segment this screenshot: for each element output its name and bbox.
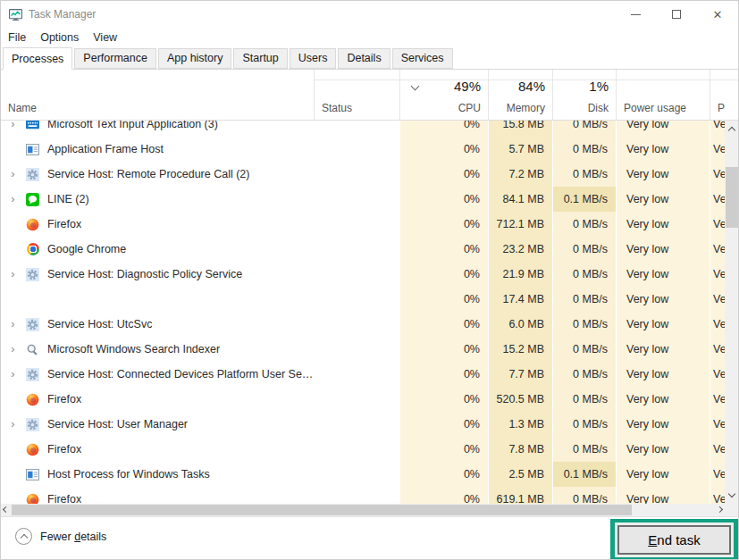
vertical-scrollbar[interactable] xyxy=(725,121,739,504)
memory-cell: 6.0 MB xyxy=(488,312,552,337)
process-name-cell[interactable]: Host Process for Windows Tasks xyxy=(1,462,314,487)
end-task-button[interactable]: End task xyxy=(617,525,731,555)
close-button[interactable]: ✕ xyxy=(697,1,738,28)
process-name: Firefox xyxy=(47,387,81,412)
process-row[interactable]: ›Microsoft Text Input Application (3)0%1… xyxy=(1,121,725,137)
titlebar[interactable]: Task Manager ✕ xyxy=(1,1,738,28)
expand-chevron-icon[interactable]: › xyxy=(7,312,19,337)
gear-icon xyxy=(26,168,39,181)
process-name-cell[interactable]: Firefox xyxy=(1,437,314,462)
expand-chevron-icon[interactable]: › xyxy=(7,337,19,362)
process-name-cell[interactable]: ›Service Host: UtcSvc xyxy=(1,312,314,337)
cpu-cell: 0% xyxy=(399,362,488,387)
power-usage-cell: Very low xyxy=(616,121,710,137)
column-header-row: Name Status 49% CPU 84% Memory 1% Disk P… xyxy=(1,70,725,120)
process-name: LINE (2) xyxy=(47,187,89,212)
tab-processes[interactable]: Processes xyxy=(3,47,72,70)
process-row[interactable]: Application Frame Host0%5.7 MB0 MB/sVery… xyxy=(1,137,725,162)
process-name: Host Process for Windows Tasks xyxy=(47,462,210,487)
cpu-cell: 0% xyxy=(399,487,488,504)
scroll-right-icon[interactable] xyxy=(717,506,723,513)
process-name-cell[interactable]: Firefox xyxy=(1,487,314,504)
window-title: Task Manager xyxy=(29,8,96,21)
expand-chevron-icon[interactable]: › xyxy=(7,362,19,387)
tab-users[interactable]: Users xyxy=(290,48,337,69)
process-name-cell[interactable]: ›Service Host: User Manager xyxy=(1,412,314,437)
power-usage-cell: Very low xyxy=(616,212,710,237)
tab-performance[interactable]: Performance xyxy=(74,48,156,69)
process-name-cell[interactable]: ›Microsoft Windows Search Indexer xyxy=(1,337,314,362)
vertical-scrollbar-thumb[interactable] xyxy=(726,167,739,228)
process-name: Firefox xyxy=(47,212,81,237)
column-header-cpu[interactable]: 49% CPU xyxy=(399,70,488,120)
column-header-memory[interactable]: 84% Memory xyxy=(488,70,552,120)
process-row[interactable]: ›Microsoft Windows Search Indexer0%15.2 … xyxy=(1,337,725,362)
expand-chevron-icon[interactable]: › xyxy=(7,187,19,212)
process-row[interactable]: Google Chrome0%23.2 MB0 MB/sVery lowVe xyxy=(1,237,725,262)
power-usage-cell: Very low xyxy=(616,362,710,387)
process-row[interactable]: ›Service Host: User Manager0%1.3 MB0 MB/… xyxy=(1,412,725,437)
maximize-button[interactable] xyxy=(656,1,697,28)
menu-file[interactable]: File xyxy=(8,31,26,44)
collapse-chevron-icon xyxy=(15,528,32,545)
process-name-cell[interactable]: Application Frame Host xyxy=(1,137,314,162)
process-row[interactable]: Host Process for Windows Tasks0%2.5 MB0.… xyxy=(1,462,725,487)
horizontal-scrollbar-thumb[interactable] xyxy=(12,505,632,515)
process-name-cell[interactable]: ›Service Host: Remote Procedure Call (2) xyxy=(1,162,314,187)
process-name: Application Frame Host xyxy=(47,137,164,162)
process-name-cell[interactable]: ›Service Host: Diagnostic Policy Service xyxy=(1,262,314,287)
menu-view[interactable]: View xyxy=(93,31,117,44)
process-name-cell[interactable]: Firefox xyxy=(1,387,314,412)
column-header-power-usage[interactable]: Power usage xyxy=(616,70,710,120)
maximize-icon xyxy=(672,10,681,19)
minimize-button[interactable] xyxy=(615,1,656,28)
process-name-cell[interactable]: ›Microsoft Text Input Application (3) xyxy=(1,121,314,137)
column-header-name[interactable]: Name xyxy=(1,70,314,120)
memory-cell: 2.5 MB xyxy=(488,462,552,487)
cpu-cell: 0% xyxy=(399,437,488,462)
scroll-left-icon[interactable] xyxy=(3,506,9,513)
scroll-up-icon[interactable] xyxy=(728,127,735,134)
tab-details[interactable]: Details xyxy=(338,48,390,69)
process-name-cell[interactable]: Firefox xyxy=(1,212,314,237)
column-header-disk[interactable]: 1% Disk xyxy=(552,70,616,120)
process-row[interactable]: Firefox0%712.1 MB0 MB/sVery lowVe xyxy=(1,212,725,237)
menu-options[interactable]: Options xyxy=(40,31,79,44)
memory-cell: 15.8 MB xyxy=(488,121,552,137)
status-cell xyxy=(314,362,399,387)
column-header-power-usage-trend[interactable]: Pow xyxy=(710,70,725,120)
process-name: Microsoft Windows Search Indexer xyxy=(47,337,220,362)
footer-bar: Fewer details End task xyxy=(1,516,738,560)
expand-chevron-icon[interactable]: › xyxy=(7,262,19,287)
cpu-cell: 0% xyxy=(399,412,488,437)
process-name-cell[interactable]: Google Chrome xyxy=(1,237,314,262)
scroll-down-icon[interactable] xyxy=(728,490,735,497)
expand-chevron-icon[interactable]: › xyxy=(7,412,19,437)
power-usage-cell: Very low xyxy=(616,262,710,287)
expand-chevron-icon[interactable]: › xyxy=(7,162,19,187)
status-cell xyxy=(314,187,399,212)
process-row[interactable]: 0%17.4 MB0 MB/sVery lowVe xyxy=(1,287,725,312)
process-name-cell[interactable]: ›LINE (2) xyxy=(1,187,314,212)
tab-startup[interactable]: Startup xyxy=(233,48,287,69)
disk-cell: 0 MB/s xyxy=(552,121,616,137)
tab-app-history[interactable]: App history xyxy=(158,48,232,69)
tab-services[interactable]: Services xyxy=(392,48,453,69)
process-row[interactable]: Firefox0%619.1 MB0 MB/sVery lowVe xyxy=(1,487,725,504)
process-row[interactable]: ›Service Host: Connected Devices Platfor… xyxy=(1,362,725,387)
disk-cell: 0 MB/s xyxy=(552,312,616,337)
process-name-cell[interactable] xyxy=(1,287,314,312)
process-row[interactable]: ›Service Host: Diagnostic Policy Service… xyxy=(1,262,725,287)
process-row[interactable]: ›LINE (2)0%84.1 MB0.1 MB/sVery lowVe xyxy=(1,187,725,212)
firefox-icon xyxy=(26,393,39,406)
expand-chevron-icon[interactable]: › xyxy=(7,121,19,137)
process-name-cell[interactable]: ›Service Host: Connected Devices Platfor… xyxy=(1,362,314,387)
process-row[interactable]: ›Service Host: Remote Procedure Call (2)… xyxy=(1,162,725,187)
horizontal-scrollbar[interactable] xyxy=(1,504,725,516)
process-row[interactable]: ›Service Host: UtcSvc0%6.0 MB0 MB/sVery … xyxy=(1,312,725,337)
fewer-details-button[interactable]: Fewer details xyxy=(15,528,106,545)
process-row[interactable]: Firefox0%7.8 MB0 MB/sVery lowVe xyxy=(1,437,725,462)
process-row[interactable]: Firefox0%520.5 MB0 MB/sVery lowVe xyxy=(1,387,725,412)
column-header-status[interactable]: Status xyxy=(314,70,399,120)
process-name: Service Host: Remote Procedure Call (2) xyxy=(47,162,249,187)
